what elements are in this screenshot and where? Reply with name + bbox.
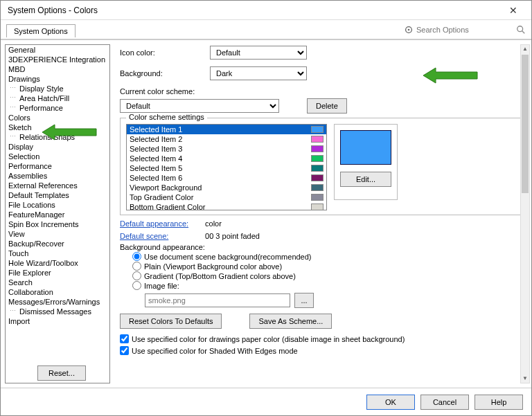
reset-colors-button[interactable]: Reset Colors To Defaults <box>120 314 222 329</box>
delete-button[interactable]: Delete <box>307 98 347 114</box>
bg-appearance-label: Background appearance: <box>120 243 524 251</box>
color-list-item[interactable]: Selected Item 3 <box>127 144 326 154</box>
scroll-down-icon[interactable]: ▼ <box>521 374 529 383</box>
sidebar-item[interactable]: Import <box>6 316 109 326</box>
sidebar-item[interactable]: Drawings <box>6 74 109 84</box>
sidebar-item[interactable]: Collaboration <box>6 287 109 297</box>
browse-button[interactable]: ... <box>294 293 314 308</box>
chk-shaded-edges[interactable] <box>120 346 129 355</box>
sidebar-item[interactable]: Performance <box>6 103 109 113</box>
options-tree[interactable]: General3DEXPERIENCE IntegrationMBDDrawin… <box>5 44 110 383</box>
sidebar-item[interactable]: Display Style <box>6 84 109 93</box>
color-swatch <box>311 136 323 143</box>
sidebar-item[interactable]: Backup/Recover <box>6 239 109 248</box>
sidebar-item[interactable]: Area Hatch/Fill <box>6 93 109 103</box>
options-panel: Icon color: Default Background: Dark Cur… <box>110 40 531 388</box>
bg-radio[interactable] <box>132 271 141 280</box>
help-button[interactable]: Help <box>475 395 523 410</box>
sidebar-item[interactable]: View <box>6 229 109 239</box>
title-bar: System Options - Colors ✕ <box>1 1 531 20</box>
search-icon <box>516 25 526 35</box>
scheme-label: Current color scheme: <box>120 87 524 96</box>
sidebar-item[interactable]: General <box>6 45 109 55</box>
ok-button[interactable]: OK <box>366 395 415 410</box>
color-swatch <box>311 126 323 133</box>
reset-button[interactable]: Reset... <box>37 365 86 381</box>
image-file-input[interactable] <box>145 293 290 307</box>
color-scheme-select[interactable]: Default <box>120 99 279 113</box>
default-appearance-link[interactable]: Default appearance: <box>120 219 203 228</box>
scroll-up-icon[interactable]: ▲ <box>521 45 529 53</box>
chk-drawings-paper[interactable] <box>120 334 129 343</box>
sidebar-item[interactable]: Spin Box Increments <box>6 219 109 229</box>
edit-button[interactable]: Edit... <box>340 172 391 187</box>
sidebar-item[interactable]: Relations/Snaps <box>6 132 109 142</box>
color-list-item[interactable]: Selected Item 1 <box>127 125 326 134</box>
bg-radio[interactable] <box>132 252 141 261</box>
icon-color-select[interactable]: Default <box>210 46 307 60</box>
sidebar-item[interactable]: Selection <box>6 152 109 161</box>
color-swatch <box>311 155 323 162</box>
background-select[interactable]: Dark <box>210 66 307 80</box>
svg-point-2 <box>517 26 523 31</box>
sidebar-item[interactable]: Search <box>6 278 109 287</box>
default-appearance-value: color <box>205 219 222 228</box>
svg-line-3 <box>522 30 525 33</box>
dialog-footer: OK Cancel Help <box>1 388 531 415</box>
sidebar-item[interactable]: Hole Wizard/Toolbox <box>6 258 109 268</box>
sidebar-item[interactable]: External References <box>6 181 109 190</box>
color-swatch <box>311 184 323 191</box>
cancel-button[interactable]: Cancel <box>420 395 469 410</box>
color-swatch <box>311 194 323 201</box>
color-swatch <box>311 204 323 210</box>
sidebar-item[interactable]: Default Templates <box>6 190 109 200</box>
color-preview: Edit... <box>334 124 398 200</box>
color-scheme-settings: Color scheme settings Selected Item 1Sel… <box>120 118 524 215</box>
sidebar-item[interactable]: FeatureManager <box>6 210 109 219</box>
bg-radio[interactable] <box>132 262 141 271</box>
search-input[interactable] <box>416 26 513 34</box>
color-list-item[interactable]: Selected Item 4 <box>127 154 326 163</box>
sidebar-item[interactable]: 3DEXPERIENCE Integration <box>6 55 109 64</box>
color-list-item[interactable]: Selected Item 6 <box>127 173 326 183</box>
icon-color-label: Icon color: <box>120 48 210 57</box>
sidebar-item[interactable]: MBD <box>6 64 109 74</box>
sidebar-item[interactable]: Colors <box>6 113 109 123</box>
sidebar-item[interactable]: Display <box>6 142 109 152</box>
sidebar-item[interactable]: Sketch <box>6 123 109 132</box>
color-list-item[interactable]: Bottom Gradient Color <box>127 202 326 210</box>
window-title: System Options - Colors <box>5 6 499 15</box>
sidebar-item[interactable]: Messages/Errors/Warnings <box>6 297 109 307</box>
color-list[interactable]: Selected Item 1Selected Item 2Selected I… <box>126 124 327 210</box>
svg-point-1 <box>408 28 410 30</box>
sidebar-item[interactable]: Dismissed Messages <box>6 307 109 316</box>
bg-radio[interactable] <box>132 281 141 290</box>
scroll-thumb[interactable] <box>522 55 529 193</box>
sidebar-item[interactable]: File Locations <box>6 200 109 210</box>
color-list-item[interactable]: Viewport Background <box>127 183 326 192</box>
tab-system-options[interactable]: System Options <box>6 24 76 37</box>
search-options[interactable] <box>404 25 526 35</box>
sidebar-item[interactable]: File Explorer <box>6 268 109 278</box>
color-list-item[interactable]: Selected Item 2 <box>127 134 326 144</box>
default-scene-link[interactable]: Default scene: <box>120 232 203 240</box>
preview-swatch <box>340 130 391 165</box>
color-list-item[interactable]: Top Gradient Color <box>127 192 326 202</box>
sidebar-item[interactable]: Touch <box>6 248 109 258</box>
main-scrollbar[interactable]: ▲ ▼ <box>520 44 530 383</box>
settings-legend: Color scheme settings <box>126 113 207 121</box>
color-swatch <box>311 145 323 152</box>
sidebar-item[interactable]: Performance <box>6 161 109 171</box>
sidebar-item[interactable]: Assemblies <box>6 171 109 181</box>
close-icon[interactable]: ✕ <box>499 5 527 16</box>
color-swatch <box>311 174 323 181</box>
background-label: Background: <box>120 69 210 78</box>
color-swatch <box>311 165 323 172</box>
save-scheme-button[interactable]: Save As Scheme... <box>249 314 332 329</box>
gear-icon <box>404 25 414 35</box>
tab-bar: System Options <box>1 20 531 39</box>
default-scene-value: 00 3 point faded <box>205 232 260 240</box>
color-list-item[interactable]: Selected Item 5 <box>127 163 326 173</box>
